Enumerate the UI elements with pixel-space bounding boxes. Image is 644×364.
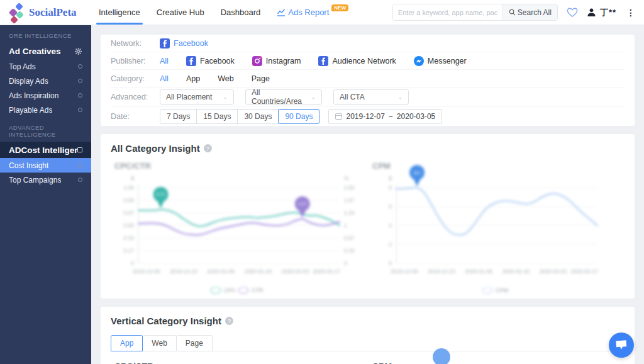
filter-option-facebook[interactable]: Facebook — [160, 38, 208, 48]
top-navbar: SocialPeta IntelligenceCreative HubDashb… — [0, 0, 644, 25]
all-category-insight-panel: All Category Insight ? CPC/CTR1.000.830.… — [101, 134, 635, 299]
sidebar: ORE INTELLIGENCEAd CreativesTop AdsDispl… — [0, 25, 91, 364]
filter-option-messenger[interactable]: Messenger — [414, 56, 467, 66]
filter-option-facebook[interactable]: Facebook — [186, 56, 235, 66]
sidebar-item-top-ads[interactable]: Top Ads — [0, 59, 91, 74]
facebook-icon — [186, 56, 196, 66]
sidebar-item-label: Ads Inspiration — [9, 91, 58, 100]
filter-option-label: Page — [252, 74, 270, 83]
sidebar-item-cost-insight[interactable]: Cost Insight — [0, 158, 91, 173]
tab-page[interactable]: Page — [176, 335, 213, 351]
dropdown-all-countries-area[interactable]: All Countries/Area⌄ — [245, 89, 322, 105]
nav-item-intelligence[interactable]: Intelligence — [99, 0, 140, 25]
vertical-chart-header-cpm: CPM — [367, 361, 625, 364]
line-chart: 1.000.830.670.500.330.170$2.001.671.3310… — [109, 171, 367, 295]
nav-item-creative-hub[interactable]: Creative Hub — [157, 0, 204, 25]
svg-text:%: % — [344, 175, 349, 181]
sidebar-item-playable-ads[interactable]: Playable Ads — [0, 103, 91, 117]
date-preset-90-days[interactable]: 90 Days — [278, 109, 319, 124]
advanced-dropdowns: All Placement⌄All Countries/Area⌄All CTA… — [160, 89, 409, 105]
sidebar-item-ad-creatives[interactable]: Ad Creatives — [0, 43, 91, 59]
svg-text:4: 4 — [389, 222, 392, 229]
user-account[interactable]: 丁** — [587, 7, 616, 18]
nav-item-label: Dashboard — [221, 8, 261, 17]
svg-text:CPM: CPM — [496, 287, 508, 293]
square-icon — [77, 147, 82, 152]
sidebar-item-label: Display Ads — [9, 77, 48, 86]
help-icon[interactable]: ? — [225, 317, 233, 325]
date-preset-7-days[interactable]: 7 Days — [160, 109, 197, 124]
sidebar-item-top-campaigns[interactable]: Top Campaigns — [0, 173, 91, 187]
sidebar-item-display-ads[interactable]: Display Ads — [0, 74, 91, 88]
vertical-category-tabs: AppWebPage — [111, 335, 625, 351]
sidebar-item-adcost-intelligenc[interactable]: ADCost Intelligenc⌄ — [0, 142, 91, 158]
date-preset-group: 7 Days15 Days30 Days90 Days — [160, 109, 319, 124]
tab-web[interactable]: Web — [142, 335, 176, 351]
svg-text:6: 6 — [389, 203, 392, 210]
navbar-right: Search All 丁** ⋮ — [392, 4, 644, 21]
chart-title: CPC/CTR — [109, 157, 367, 171]
sidebar-item-ads-inspiration[interactable]: Ads Inspiration — [0, 88, 91, 103]
svg-text:0: 0 — [344, 260, 347, 266]
dropdown-all-cta[interactable]: All CTA⌄ — [333, 89, 409, 105]
filter-option-label: Audience Network — [332, 57, 396, 65]
chart-line-icon — [277, 8, 286, 16]
svg-text:2019-12-23: 2019-12-23 — [170, 268, 197, 275]
messenger-icon — [414, 56, 424, 66]
chevron-down-icon: ⌄ — [397, 94, 402, 100]
filter-option-all[interactable]: All — [160, 57, 169, 65]
main-nav: IntelligenceCreative HubDashboardAds Rep… — [99, 0, 348, 25]
gear-icon — [74, 47, 82, 55]
filter-option-label: Instagram — [266, 57, 301, 65]
nav-item-dashboard[interactable]: Dashboard — [221, 0, 261, 25]
svg-text:2019-12-09: 2019-12-09 — [391, 268, 418, 275]
svg-text:2020-01-20: 2020-01-20 — [245, 268, 272, 275]
main-content: Network:FacebookPublisher:AllFacebookIns… — [91, 25, 644, 364]
all-category-insight-title: All Category Insight — [111, 143, 200, 154]
max-value-marker: 0.71 — [153, 187, 169, 208]
filter-option-all[interactable]: All — [160, 74, 169, 83]
filter-row-label: Category: — [111, 74, 160, 83]
dropdown-all-placement[interactable]: All Placement⌄ — [160, 89, 234, 105]
svg-text:$: $ — [389, 175, 392, 181]
svg-text:8: 8 — [389, 185, 392, 191]
filter-option-instagram[interactable]: Instagram — [252, 56, 301, 66]
filter-option-web[interactable]: Web — [218, 74, 233, 83]
nav-item-label: Intelligence — [99, 8, 140, 17]
svg-text:0.33: 0.33 — [123, 235, 134, 241]
svg-text:1.00: 1.00 — [123, 185, 134, 191]
tab-app[interactable]: App — [111, 335, 143, 351]
date-range-picker[interactable]: 2019-12-07~2020-03-05 — [328, 109, 442, 124]
svg-text:0.17: 0.17 — [123, 247, 134, 254]
circle-icon — [78, 93, 82, 98]
instagram-icon — [252, 56, 262, 66]
calendar-icon — [335, 113, 342, 120]
date-preset-15-days[interactable]: 15 Days — [196, 109, 238, 124]
chart-cpc-ctr: CPC/CTR1.000.830.670.500.330.170$2.001.6… — [109, 157, 367, 295]
svg-text:CPC: CPC — [224, 287, 236, 293]
svg-text:CTR: CTR — [252, 287, 264, 293]
search-input[interactable] — [393, 4, 502, 20]
favorites-heart-icon[interactable] — [567, 8, 578, 18]
live-chat-button[interactable] — [609, 333, 634, 358]
search-all-button[interactable]: Search All — [502, 4, 557, 20]
chevron-down-icon: ⌄ — [311, 94, 316, 100]
filter-option-label: Facebook — [200, 57, 235, 65]
facebook-icon — [318, 56, 328, 66]
nav-item-ads-report[interactable]: Ads ReportNEW — [277, 0, 348, 25]
date-preset-30-days[interactable]: 30 Days — [237, 109, 279, 124]
line-chart: 86420$2019-12-092019-12-232020-01-062020… — [367, 171, 625, 295]
filter-option-label: Web — [218, 74, 233, 83]
filter-options: AllFacebookInstagramAudience NetworkMess… — [160, 56, 467, 66]
filter-option-audience-network[interactable]: Audience Network — [318, 56, 396, 66]
brand-logo[interactable]: SocialPeta — [0, 3, 91, 23]
filter-option-app[interactable]: App — [186, 74, 200, 83]
filter-option-page[interactable]: Page — [252, 74, 270, 83]
help-icon[interactable]: ? — [204, 144, 212, 152]
dropdown-value: All CTA — [340, 93, 365, 101]
more-menu-icon[interactable]: ⋮ — [625, 8, 636, 18]
chart-cpm: CPM86420$2019-12-092019-12-232020-01-062… — [367, 157, 625, 295]
sidebar-section-header: ORE INTELLIGENCE — [0, 25, 91, 43]
user-icon — [587, 8, 596, 17]
sidebar-item-label: Playable Ads — [9, 106, 52, 115]
